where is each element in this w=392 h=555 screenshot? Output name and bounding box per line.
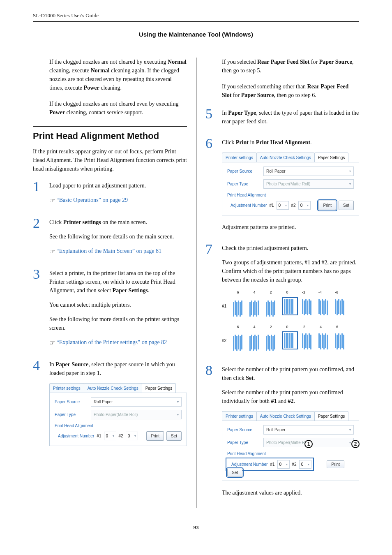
pattern-row-label: #2 <box>222 338 226 344</box>
running-head: SL-D1000 Series User's Guide <box>33 12 359 19</box>
pattern-col-labels: 6420-2-4-6 <box>232 324 359 330</box>
chevron-down-icon: ▾ <box>349 169 351 174</box>
para-clog-2: If the clogged nozzles are not cleared e… <box>49 99 187 117</box>
step-2-text2: See the following for more details on th… <box>49 232 187 241</box>
step-3-link-line: ☞ “Explanation of the Printer settings” … <box>49 338 187 348</box>
tab-printer-settings[interactable]: Printer settings <box>49 383 84 393</box>
tab-auto-nozzle[interactable]: Auto Nozzle Check Settings <box>256 153 315 162</box>
pattern-cell <box>266 301 278 315</box>
label-adjustment-number: Adjustment Number <box>58 433 94 439</box>
tab-paper-settings[interactable]: Paper Settings <box>314 153 349 162</box>
chevron-down-icon: ▾ <box>349 182 351 187</box>
pattern-cell <box>249 301 262 315</box>
step-number: 7 <box>205 242 217 358</box>
pattern-illustration: 6420-2-4-6 #1 6420-2-4-6 <box>222 290 359 349</box>
pattern-cell <box>302 335 314 349</box>
select-value: Roll Paper <box>266 168 286 174</box>
step-4-text: In Paper Source, select the paper source… <box>49 360 187 377</box>
step-7: 7 Check the printed adjustment pattern. … <box>205 242 359 358</box>
chevron-down-icon: ▾ <box>113 434 114 439</box>
step-8-text: Select the number of the print pattern y… <box>222 365 359 382</box>
chevron-down-icon: ▾ <box>349 428 351 432</box>
select-adj-1[interactable]: 0▾ <box>277 201 289 210</box>
select-adj-1[interactable]: 0▾ <box>104 432 116 440</box>
select-adj-2[interactable]: 0▾ <box>299 460 311 469</box>
step-2: 2 Click Printer settings on the main scr… <box>33 216 187 262</box>
tab-paper-settings[interactable]: Paper Settings <box>142 383 176 393</box>
tab-printer-settings[interactable]: Printer settings <box>222 411 257 421</box>
step-3-text2: You cannot select multiple printers. <box>49 301 187 309</box>
select-value: Roll Paper <box>266 427 286 433</box>
print-button[interactable]: Print <box>318 201 336 210</box>
step-number: 1 <box>33 180 44 211</box>
screenshot-paper-settings-set: Printer settings Auto Nozzle Check Setti… <box>222 411 359 481</box>
select-value: Photo Paper(Matte Roll) <box>94 412 138 418</box>
tab-auto-nozzle[interactable]: Auto Nozzle Check Settings <box>256 411 315 421</box>
tab-printer-settings[interactable]: Printer settings <box>222 153 257 162</box>
step-number: 5 <box>205 107 217 132</box>
set-button[interactable]: Set <box>339 201 354 210</box>
print-button[interactable]: Print <box>327 460 344 468</box>
step-number: 6 <box>205 136 217 237</box>
label-paper-source: Paper Source <box>227 168 260 174</box>
chevron-down-icon: ▾ <box>349 440 351 445</box>
select-paper-type[interactable]: Photo Paper(Matte Roll) ▾ <box>91 410 182 419</box>
pointer-icon: ☞ <box>49 248 55 255</box>
select-paper-type[interactable]: Photo Paper(Matte Roll) ▾ <box>263 179 354 189</box>
label-print-head-alignment: Print Head Alignment <box>227 451 354 457</box>
chevron-down-icon: ▾ <box>307 203 309 208</box>
tab-paper-settings[interactable]: Paper Settings <box>314 411 349 421</box>
heading-print-head-alignment: Print Head Alignment Method <box>33 126 187 141</box>
label-hash2: #2 <box>291 202 296 208</box>
step-6-after: Adjustment patterns are printed. <box>222 223 359 231</box>
pattern-cell <box>302 301 314 315</box>
step-8-after: Select the number of the print pattern y… <box>222 388 359 405</box>
label-print-head-alignment: Print Head Alignment <box>55 423 182 429</box>
pointer-icon: ☞ <box>49 339 55 346</box>
label-paper-type: Paper Type <box>227 181 260 187</box>
step-2-text1: Click Printer settings on the main scree… <box>49 218 187 227</box>
step-1-link-line: ☞ “Basic Operations” on page 29 <box>49 196 187 206</box>
set-button[interactable]: Set <box>227 469 242 476</box>
step-3: 3 Select a printer, in the printer list … <box>33 267 187 354</box>
link-main-screen[interactable]: “Explanation of the Main Screen” on page… <box>57 248 161 254</box>
step-1: 1 Load paper to print an adjustment patt… <box>33 180 187 211</box>
step-5-text: In Paper Type, select the type of paper … <box>222 109 359 126</box>
set-button[interactable]: Set <box>166 431 182 441</box>
select-adj-1[interactable]: 0▾ <box>277 460 290 469</box>
select-adj-2[interactable]: 0▾ <box>298 201 311 210</box>
step-6: 6 Click Print in Print Head Alignment. P… <box>205 136 359 237</box>
print-button[interactable]: Print <box>146 431 164 441</box>
step-number: 4 <box>33 358 44 453</box>
select-value: Photo Paper(Matte Roll) <box>266 181 310 187</box>
pattern-row-label: #1 <box>222 303 226 309</box>
column-left: If the clogged nozzles are not cleared b… <box>33 58 196 508</box>
step-1-text: Load paper to print an adjustment patter… <box>49 181 187 190</box>
pattern-cell-highlight <box>282 297 298 315</box>
label-paper-source: Paper Source <box>227 427 260 433</box>
pattern-cell <box>266 335 278 349</box>
step-number: 3 <box>33 267 44 354</box>
select-paper-source[interactable]: Roll Paper ▾ <box>91 397 182 407</box>
select-paper-source[interactable]: Roll Paper ▾ <box>263 425 354 435</box>
select-adj-2[interactable]: 0▾ <box>126 432 138 440</box>
para-clog-1: If the clogged nozzles are not cleared b… <box>49 58 187 92</box>
link-printer-settings[interactable]: “Explanation of the Printer settings” on… <box>57 339 167 345</box>
step-number: 2 <box>33 216 44 262</box>
link-basic-operations[interactable]: “Basic Operations” on page 29 <box>57 197 128 203</box>
step-7-after: Two groups of adjustment patterns, #1 an… <box>222 258 359 284</box>
pattern-cell <box>318 335 331 349</box>
label-hash1: #1 <box>269 202 274 208</box>
pattern-cell <box>318 301 331 315</box>
screenshot-paper-settings-print: Printer settings Auto Nozzle Check Setti… <box>222 153 359 215</box>
step-7-text: Check the printed adjustment pattern. <box>222 244 359 252</box>
step-6-text: Click Print in Print Head Alignment. <box>222 138 359 147</box>
step-2-link-line: ☞ “Explanation of the Main Screen” on pa… <box>49 247 187 257</box>
pattern-cell-highlight <box>282 331 298 349</box>
label-paper-source: Paper Source <box>55 399 88 405</box>
tab-auto-nozzle[interactable]: Auto Nozzle Check Settings <box>84 383 142 393</box>
step-5: 5 In Paper Type, select the type of pape… <box>205 107 359 132</box>
label-hash1: #1 <box>270 461 274 467</box>
select-value: Photo Paper(Matte Roll) <box>266 439 310 446</box>
select-paper-source[interactable]: Roll Paper ▾ <box>263 166 354 176</box>
